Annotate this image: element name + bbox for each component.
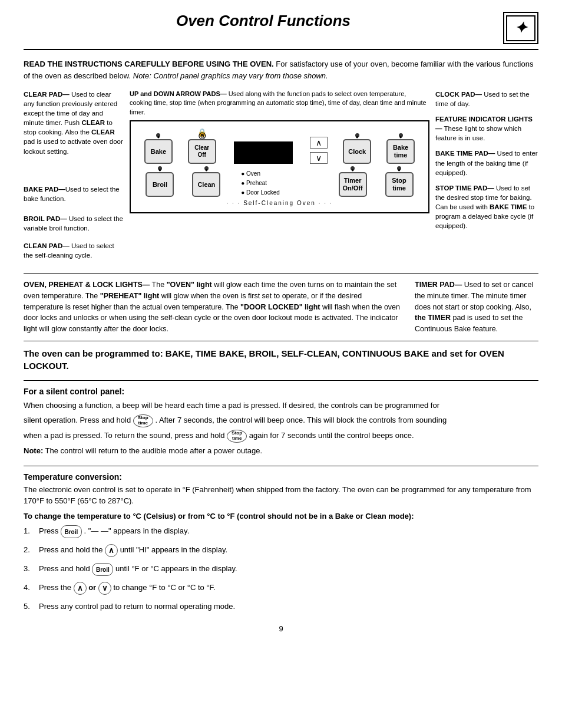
divider-4 bbox=[24, 466, 538, 466]
step-5: 5. Press any control pad to return to no… bbox=[24, 601, 538, 612]
broil-btn-label: Broil bbox=[153, 181, 167, 189]
stop-time-pad-title: STOP TIME PAD— bbox=[435, 185, 494, 192]
clean-pad-label: CLEAN PAD— Used to select the self-clean… bbox=[24, 241, 124, 260]
step-2: 2. Press and hold the ∧ until "HI" appea… bbox=[24, 544, 538, 557]
bake-time-pad-label: BAKE TIME PAD— Used to enter the length … bbox=[435, 149, 538, 177]
clock-button[interactable]: Clock bbox=[343, 139, 371, 164]
clean-pad-title: CLEAN PAD— bbox=[24, 242, 70, 249]
up-down-label: UP and DOWN ARROW PADS— Used along with … bbox=[130, 90, 429, 117]
intro-italic: Note: Control panel graphics may vary fr… bbox=[131, 71, 328, 80]
step-4: 4. Press the ∧ or ∨ to change °F to °C o… bbox=[24, 582, 538, 595]
clean-btn-wrapper: Clean bbox=[192, 166, 220, 197]
oven-preheat-title: OVEN, PREHEAT & LOCK LIGHTS— bbox=[24, 281, 150, 289]
temp-change-instruction: To change the temperature to °C (Celsius… bbox=[24, 510, 538, 522]
divider-3 bbox=[24, 380, 538, 381]
steps-list: 1. Press Broil . "— —" appears in the di… bbox=[24, 525, 538, 612]
bake-pad-title: BAKE PAD— bbox=[24, 186, 65, 193]
intro-bold: READ THE INSTRUCTIONS CAREFULLY BEFORE U… bbox=[24, 60, 274, 68]
stop-time-line1: Stop bbox=[392, 177, 406, 185]
temp-heading: Temperature conversion: bbox=[24, 472, 538, 482]
silent-section: For a silent control panel: When choosin… bbox=[24, 387, 538, 457]
step-1-num: 1. bbox=[24, 525, 33, 537]
broil-pad-label: BROIL PAD— Used to select the variable b… bbox=[24, 214, 124, 233]
self-clean-label: · · · Self-Cleaning Oven · · · bbox=[137, 199, 422, 207]
step-2-text: Press and hold the ∧ until "HI" appears … bbox=[39, 544, 227, 557]
arrow-down-button[interactable]: ∨ bbox=[310, 152, 328, 164]
clock-pad-label: CLOCK PAD— Used to set the time of day. bbox=[435, 90, 538, 108]
divider-2 bbox=[24, 341, 538, 341]
oven-control-panel: Bake 🔒 Clear Off ∧ ∨ bbox=[130, 120, 429, 213]
page-header: Oven Control Functions ✦ bbox=[24, 12, 538, 50]
bake-btn-wrapper: Bake bbox=[144, 133, 173, 164]
clean-btn-label: Clean bbox=[197, 181, 215, 189]
bake-button[interactable]: Bake bbox=[144, 139, 173, 164]
silent-note: Note: The control will return to the aud… bbox=[24, 445, 538, 457]
stop-time-button[interactable]: Stop time bbox=[385, 172, 414, 197]
silent-para2: silent operation. Press and hold Stoptim… bbox=[24, 414, 538, 427]
bake-btn-label: Bake bbox=[151, 148, 166, 156]
stop-time-btn-wrapper: Stop time bbox=[385, 166, 414, 197]
page-title: Oven Control Functions bbox=[24, 12, 503, 30]
broil-pad-title: BROIL PAD— bbox=[24, 215, 67, 222]
stop-time-inline-btn-2[interactable]: Stoptime bbox=[227, 430, 247, 443]
step-4-num: 4. bbox=[24, 582, 33, 594]
step-1-text: Press Broil . "— —" appears in the displ… bbox=[39, 525, 189, 538]
clear-pad-label: CLEAR PAD— Used to clear any function pr… bbox=[24, 90, 124, 156]
page-number: 9 bbox=[24, 624, 538, 633]
clear-btn-wrapper: 🔒 Clear Off bbox=[188, 127, 216, 164]
arrow-up-inline-2[interactable]: ∧ bbox=[74, 582, 87, 595]
arrow-down-inline[interactable]: ∨ bbox=[98, 582, 111, 595]
bake-time-button[interactable]: Bake time bbox=[386, 139, 415, 164]
clock-pad-title: CLOCK PAD— bbox=[435, 91, 482, 98]
broil-inline-btn-2[interactable]: Broil bbox=[92, 563, 113, 576]
control-diagram-section: CLEAR PAD— Used to clear any function pr… bbox=[24, 90, 538, 265]
bake-time-pad-title: BAKE TIME PAD— bbox=[435, 150, 495, 157]
step-3-num: 3. bbox=[24, 563, 33, 575]
right-labels: CLOCK PAD— Used to set the time of day. … bbox=[435, 90, 538, 265]
oven-preheat-text: OVEN, PREHEAT & LOCK LIGHTS— The "OVEN" … bbox=[24, 279, 403, 335]
clock-btn-label: Clock bbox=[348, 148, 366, 156]
bake-time-line2: time bbox=[394, 151, 408, 159]
clear-line2: Off bbox=[198, 151, 206, 159]
clear-line1: Clear bbox=[194, 144, 209, 151]
timer-line1: Timer bbox=[344, 177, 362, 185]
temp-para1: The electronic oven control is set to op… bbox=[24, 484, 538, 507]
arrow-up-inline[interactable]: ∧ bbox=[105, 544, 118, 557]
step-4-text: Press the ∧ or ∨ to change °F to °C or °… bbox=[39, 582, 216, 595]
broil-inline-btn-1[interactable]: Broil bbox=[61, 525, 82, 538]
arrow-buttons: ∧ ∨ bbox=[310, 137, 328, 164]
door-locked-light-label: ● Door Locked bbox=[241, 189, 280, 197]
silent-note-bold: Note: bbox=[24, 446, 43, 455]
intro-text: READ THE INSTRUCTIONS CAREFULLY BEFORE U… bbox=[24, 58, 538, 81]
clear-pad-title: CLEAR PAD— bbox=[24, 91, 70, 98]
timer-button[interactable]: Timer On/Off bbox=[339, 172, 367, 197]
silent-para1: When choosing a function, a beep will be… bbox=[24, 400, 538, 412]
broil-button[interactable]: Broil bbox=[146, 172, 174, 197]
broil-btn-wrapper: Broil bbox=[146, 166, 174, 197]
timer-pad-text: TIMER PAD— Used to set or cancel the min… bbox=[415, 279, 538, 335]
programmed-heading: The oven can be programmed to: BAKE, TIM… bbox=[24, 347, 538, 372]
arrow-up-button[interactable]: ∧ bbox=[310, 137, 328, 149]
timer-pad-title: TIMER PAD— bbox=[415, 281, 462, 289]
silent-heading: For a silent control panel: bbox=[24, 387, 538, 396]
oven-preheat-section: OVEN, PREHEAT & LOCK LIGHTS— The "OVEN" … bbox=[24, 279, 538, 335]
temp-section: Temperature conversion: The electronic o… bbox=[24, 472, 538, 612]
clean-button[interactable]: Clean bbox=[192, 172, 220, 197]
panel-display bbox=[234, 141, 293, 164]
header-icon: ✦ bbox=[503, 12, 538, 44]
preheat-light-label: ● Preheat bbox=[241, 179, 280, 187]
center-panel: UP and DOWN ARROW PADS— Used along with … bbox=[130, 90, 429, 265]
oven-light-label: ● Oven bbox=[241, 170, 280, 178]
divider-1 bbox=[24, 273, 538, 274]
stop-time-inline-btn-1[interactable]: Stoptime bbox=[133, 414, 153, 427]
stop-time-pad-label: STOP TIME PAD— Used to set the desired s… bbox=[435, 183, 538, 230]
clock-btn-wrapper: Clock bbox=[343, 133, 371, 164]
timer-btn-wrapper: Timer On/Off bbox=[339, 166, 367, 197]
step-2-num: 2. bbox=[24, 544, 33, 556]
step-3-text: Press and hold Broil until °F or °C appe… bbox=[39, 563, 237, 576]
bake-pad-label: BAKE PAD—Used to select the bake functio… bbox=[24, 185, 124, 203]
silent-para3: when a pad is pressed. To return the sou… bbox=[24, 430, 538, 443]
feature-indicator-title: FEATURE INDICATOR LIGHTS— bbox=[435, 116, 533, 132]
indicator-lights: ● Oven ● Preheat ● Door Locked bbox=[241, 170, 280, 197]
clear-off-button[interactable]: Clear Off bbox=[188, 139, 216, 164]
